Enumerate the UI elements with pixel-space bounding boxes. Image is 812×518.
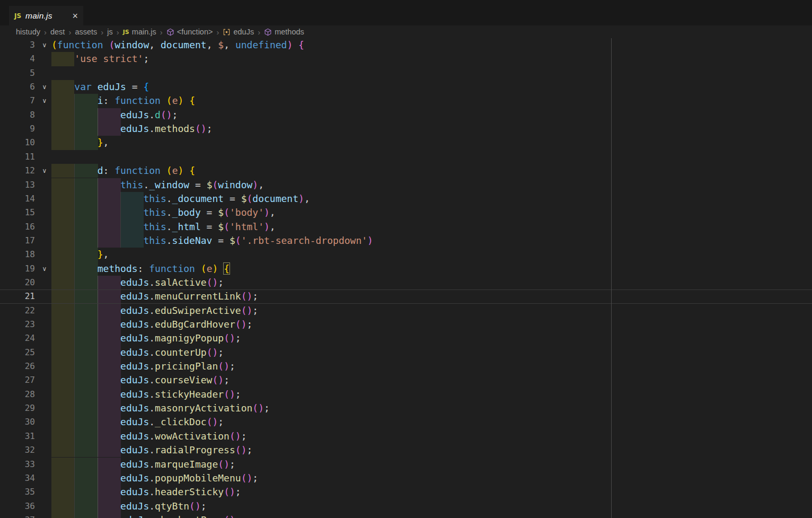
breadcrumb-item-mainjs[interactable]: JSmain.js: [123, 28, 156, 36]
line-number: 19: [0, 262, 35, 276]
code-text: eduJs.radialProgress();: [51, 443, 812, 457]
line-number: 12: [0, 164, 35, 178]
cube-icon: [166, 28, 174, 36]
code-content: eduJs.pricingPlan();: [51, 359, 812, 373]
code-line[interactable]: 20 eduJs.salActive();: [0, 276, 812, 289]
code-line[interactable]: 35 eduJs.headerSticky();: [0, 485, 812, 499]
breadcrumb-label: assets: [75, 28, 97, 36]
code-line[interactable]: 16 this._html = $('html'),: [0, 220, 812, 234]
chevron-down-icon[interactable]: ∨: [39, 38, 50, 52]
breadcrumb-label: js: [107, 28, 112, 36]
code-content: eduJs.d();: [51, 108, 812, 122]
code-line[interactable]: 23 eduJs.eduBgCardHover();: [0, 318, 812, 331]
code-line[interactable]: 28 eduJs.stickyHeader();: [0, 388, 812, 401]
breadcrumb-item-histudy[interactable]: histudy: [16, 28, 40, 36]
code-content: },: [51, 136, 812, 150]
code-line[interactable]: 33 eduJs.marqueImage();: [0, 458, 812, 471]
code-line[interactable]: 11: [0, 150, 812, 164]
code-line[interactable]: 27 eduJs.courseView();: [0, 373, 812, 387]
line-number: 5: [0, 66, 35, 80]
chevron-down-icon[interactable]: ∨: [39, 94, 50, 108]
line-number: 25: [0, 346, 35, 359]
code-line[interactable]: 32 eduJs.radialProgress();: [0, 443, 812, 457]
code-line[interactable]: 26 eduJs.pricingPlan();: [0, 359, 812, 373]
code-text: },: [51, 136, 812, 150]
code-text: eduJs.eduBgCardHover();: [51, 318, 812, 331]
cube-icon: [264, 28, 272, 36]
line-number: 13: [0, 178, 35, 192]
code-content: },: [51, 248, 812, 261]
code-text: eduJs.marqueImage();: [51, 458, 812, 471]
code-line[interactable]: 30 eduJs._clickDoc();: [0, 415, 812, 429]
code-line[interactable]: 4 'use strict';: [0, 52, 812, 66]
chevron-down-icon[interactable]: ∨: [39, 164, 50, 178]
code-line[interactable]: 5: [0, 66, 812, 80]
close-icon[interactable]: ×: [72, 11, 78, 21]
code-line[interactable]: 8 eduJs.d();: [0, 108, 812, 122]
breadcrumb-item-dest[interactable]: dest: [50, 28, 65, 36]
editor[interactable]: 3∨(function (window, document, $, undefi…: [0, 38, 812, 518]
breadcrumb-label: eduJs: [233, 28, 254, 36]
code-text: eduJs.stickyHeader();: [51, 388, 812, 401]
code-content: var eduJs = {: [51, 80, 812, 94]
code-text: eduJs.courseView();: [51, 373, 812, 387]
code-text: this._body = $('body'),: [51, 206, 812, 220]
code-content: d: function (e) {: [51, 164, 812, 178]
code-content: this._window = $(window),: [51, 178, 812, 192]
chevron-down-icon[interactable]: ∨: [39, 80, 50, 94]
code-line[interactable]: 10 },: [0, 136, 812, 150]
field-icon: [223, 28, 231, 36]
line-number: 20: [0, 276, 35, 289]
code-line[interactable]: 34 eduJs.popupMobileMenu();: [0, 471, 812, 485]
line-number: 7: [0, 94, 35, 108]
code-line[interactable]: 22 eduJs.eduSwiperActive();: [0, 304, 812, 318]
code-line[interactable]: 12∨ d: function (e) {: [0, 164, 812, 178]
breadcrumb-item-function[interactable]: <function>: [166, 28, 213, 36]
code-line[interactable]: 24 eduJs.magnigyPopup();: [0, 331, 812, 345]
code-line[interactable]: 19∨ methods: function (e) {: [0, 262, 812, 276]
code-text: eduJs.d();: [51, 108, 812, 122]
line-number: 33: [0, 458, 35, 471]
code-text: this._window = $(window),: [51, 178, 812, 192]
code-line[interactable]: 31 eduJs.wowActivation();: [0, 429, 812, 443]
breadcrumb-item-edujs[interactable]: eduJs: [223, 28, 254, 36]
breadcrumb-separator: ›: [216, 28, 219, 37]
code-content: this._document = $(document),: [51, 192, 812, 206]
code-line[interactable]: 3∨(function (window, document, $, undefi…: [0, 38, 812, 52]
code-text: eduJs.wowActivation();: [51, 429, 812, 443]
breadcrumb-item-js[interactable]: js: [107, 28, 112, 36]
breadcrumb-separator: ›: [258, 28, 260, 37]
line-number: 9: [0, 122, 35, 136]
code-line[interactable]: 14 this._document = $(document),: [0, 192, 812, 206]
breadcrumb-separator: ›: [117, 28, 119, 37]
code-line[interactable]: 37 eduJs.checkoutPage();: [0, 513, 812, 518]
breadcrumb-separator: ›: [101, 28, 103, 37]
breadcrumb-label: histudy: [16, 28, 40, 36]
line-number: 34: [0, 471, 35, 485]
line-number: 28: [0, 388, 35, 401]
js-file-icon: JS: [123, 29, 129, 36]
code-line[interactable]: 29 eduJs.masonryActivation();: [0, 401, 812, 415]
breadcrumb-item-assets[interactable]: assets: [75, 28, 97, 36]
breadcrumb-item-methods[interactable]: methods: [264, 28, 304, 36]
code-text: eduJs._clickDoc();: [51, 415, 812, 429]
code-line[interactable]: 17 this.sideNav = $('.rbt-search-dropdow…: [0, 234, 812, 248]
code-line[interactable]: 7∨ i: function (e) {: [0, 94, 812, 108]
breadcrumb-label: <function>: [177, 28, 213, 36]
code-text: i: function (e) {: [51, 94, 812, 108]
code-text: },: [51, 248, 812, 261]
breadcrumb-label: main.js: [132, 28, 156, 36]
code-line[interactable]: 36 eduJs.qtyBtn();: [0, 499, 812, 513]
code-line[interactable]: 15 this._body = $('body'),: [0, 206, 812, 220]
code-text: eduJs.menuCurrentLink();: [51, 289, 812, 303]
code-line[interactable]: 18 },: [0, 248, 812, 261]
breadcrumb-separator: ›: [44, 28, 47, 37]
code-line[interactable]: 21 eduJs.menuCurrentLink();: [0, 289, 812, 303]
code-line[interactable]: 13 this._window = $(window),: [0, 178, 812, 192]
tab-main-js[interactable]: JS main.js ×: [9, 6, 83, 25]
code-line[interactable]: 9 eduJs.methods();: [0, 122, 812, 136]
code-line[interactable]: 6∨ var eduJs = {: [0, 80, 812, 94]
code-content: eduJs.qtyBtn();: [51, 499, 812, 513]
chevron-down-icon[interactable]: ∨: [39, 262, 50, 276]
code-line[interactable]: 25 eduJs.counterUp();: [0, 346, 812, 359]
